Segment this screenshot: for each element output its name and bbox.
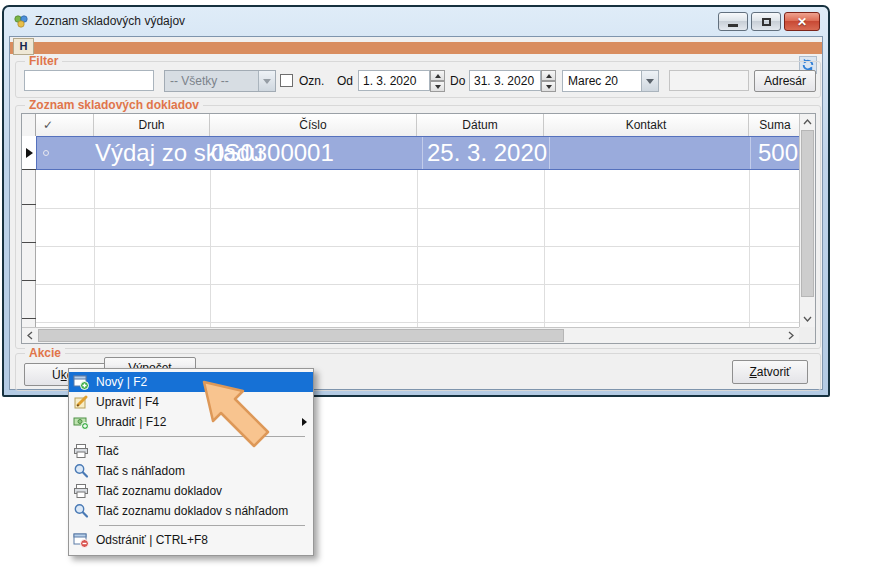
ozn-label: Ozn. <box>299 74 324 88</box>
spin-down-icon[interactable] <box>430 81 445 92</box>
scroll-left-icon[interactable] <box>22 328 38 343</box>
to-label: Do <box>450 74 465 88</box>
cell-kontakt <box>549 137 750 169</box>
column-header-kontakt[interactable]: Kontakt <box>544 114 749 136</box>
ozn-checkbox[interactable] <box>280 74 293 87</box>
type-dropdown-value: -- Všetky -- <box>165 74 258 88</box>
column-header-druh[interactable]: Druh <box>94 114 210 136</box>
table-row[interactable]: Výdaj zo skladu 0S0300001 25. 3. 2020 50… <box>36 136 801 170</box>
pay-icon <box>73 414 89 430</box>
column-header-cislo[interactable]: Číslo <box>210 114 417 136</box>
search-box <box>24 70 154 91</box>
app-window: Zoznam skladových výdajov ✕ H Filter <box>2 5 830 397</box>
screen: Zoznam skladových výdajov ✕ H Filter <box>0 0 884 572</box>
scroll-right-icon[interactable] <box>783 328 799 343</box>
spin-down-icon[interactable] <box>541 81 556 92</box>
from-label: Od <box>337 74 353 88</box>
vertical-scrollbar-thumb[interactable] <box>801 130 814 297</box>
printer-icon <box>73 443 89 459</box>
month-dropdown-value: Marec 20 <box>563 74 641 88</box>
extra-field[interactable] <box>669 70 749 91</box>
menu-item-tlac-zoznamu-nahlad[interactable]: Tlač zoznamu dokladov s náhľadom <box>69 501 313 521</box>
filter-group-label: Filter <box>25 54 62 69</box>
delete-icon <box>73 532 89 548</box>
menu-separator <box>99 525 305 526</box>
close-button[interactable]: ✕ <box>784 12 820 31</box>
cell-datum: 25. 3. 2020 <box>422 137 549 169</box>
cell-suma: 500 <box>750 137 798 169</box>
documents-group: Zoznam skladových dokladov ✓ Druh Číslo … <box>15 105 821 349</box>
menu-item-tlac-nahlad[interactable]: Tlač s náhľadom <box>69 461 313 481</box>
row-pointer-icon <box>26 148 33 158</box>
vertical-scrollbar[interactable] <box>799 114 815 327</box>
pointer-arrow-cursor <box>200 378 278 456</box>
row-marker-icon <box>43 150 49 156</box>
cell-cislo: 0S0300001 <box>211 137 418 169</box>
date-to-spinner[interactable] <box>541 70 556 92</box>
spin-up-icon[interactable] <box>541 70 556 81</box>
current-row-indicator <box>22 136 36 170</box>
spin-up-icon[interactable] <box>430 70 445 81</box>
app-icon <box>13 13 29 29</box>
adresar-button[interactable]: Adresár <box>754 70 816 92</box>
column-header-suma[interactable]: Suma <box>749 114 801 136</box>
horizontal-scrollbar-thumb[interactable] <box>38 329 564 342</box>
chevron-down-icon <box>641 71 658 91</box>
accent-bar <box>10 42 822 54</box>
new-document-icon <box>73 374 89 390</box>
filter-group: Filter -- Všetky -- Ozn. Od <box>15 61 821 98</box>
documents-table: ✓ Druh Číslo Dátum Kontakt Suma <box>21 113 816 344</box>
edit-icon <box>73 394 89 410</box>
menu-item-tlac-zoznamu[interactable]: Tlač zoznamu dokladov <box>69 481 313 501</box>
submenu-arrow-icon <box>302 418 307 426</box>
documents-group-label: Zoznam skladových dokladov <box>25 98 203 113</box>
maximize-icon <box>762 18 771 26</box>
minimize-icon <box>728 24 738 27</box>
titlebar: Zoznam skladových výdajov ✕ <box>4 7 828 35</box>
horizontal-scrollbar[interactable] <box>22 327 799 343</box>
minimize-button[interactable] <box>718 12 748 31</box>
close-icon: ✕ <box>797 16 807 28</box>
date-from-field[interactable] <box>358 70 430 91</box>
menu-item-odstranit[interactable]: Odstrániť | CTRL+F8 <box>69 530 313 550</box>
scroll-up-icon[interactable] <box>800 114 815 130</box>
print-preview-icon <box>73 463 89 479</box>
client-area: H Filter <box>9 36 823 390</box>
zatvorit-button[interactable]: Zatvoriť <box>732 360 808 384</box>
chevron-down-icon <box>258 71 275 91</box>
date-to-field[interactable] <box>469 70 541 91</box>
table-header: ✓ Druh Číslo Dátum Kontakt Suma <box>22 114 815 136</box>
printer-icon <box>73 483 89 499</box>
window-title: Zoznam skladových výdajov <box>35 14 185 28</box>
actions-group-label: Akcie <box>25 346 65 361</box>
maximize-button[interactable] <box>751 12 781 31</box>
search-input[interactable] <box>28 72 183 89</box>
date-from-spinner[interactable] <box>430 70 445 92</box>
print-preview-icon <box>73 503 89 519</box>
month-dropdown[interactable]: Marec 20 <box>562 70 659 92</box>
column-header-check[interactable]: ✓ <box>36 114 94 136</box>
type-dropdown[interactable]: -- Všetky -- <box>164 70 276 92</box>
scroll-down-icon[interactable] <box>800 311 815 327</box>
tab-h[interactable]: H <box>13 38 34 55</box>
column-header-datum[interactable]: Dátum <box>417 114 544 136</box>
